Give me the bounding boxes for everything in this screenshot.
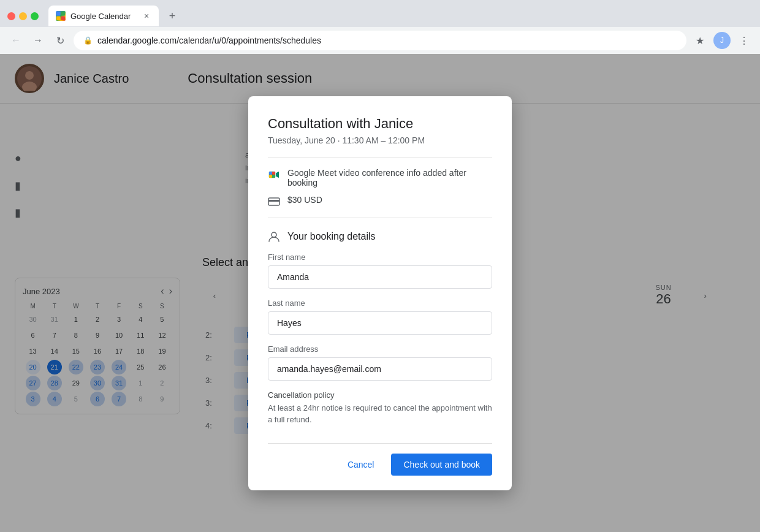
meet-info-text: Google Meet video conference info added … [287, 168, 492, 188]
tab-close-button[interactable]: × [142, 11, 151, 21]
booking-details-header: Your booking details [268, 230, 492, 243]
refresh-button[interactable]: ↻ [51, 32, 69, 49]
google-meet-icon [268, 169, 280, 181]
close-traffic-light[interactable] [7, 12, 15, 20]
credit-card-icon [268, 196, 280, 208]
browser-chrome: Google Calendar × + ← → ↻ 🔒 calendar.goo… [0, 0, 760, 54]
first-name-input[interactable] [268, 265, 492, 289]
svg-rect-0 [56, 12, 61, 16]
cancellation-label: Cancellation policy [268, 390, 492, 400]
url-bar[interactable]: 🔒 calendar.google.com/calendar/u/0/appoi… [74, 31, 686, 50]
price-row: $30 USD [268, 195, 492, 208]
email-label: Email address [268, 344, 492, 354]
svg-rect-3 [61, 17, 66, 21]
lock-icon: 🔒 [83, 36, 93, 45]
svg-rect-11 [269, 175, 272, 178]
forward-button[interactable]: → [29, 32, 47, 49]
profile-avatar[interactable]: J [713, 32, 731, 49]
svg-point-15 [272, 232, 276, 237]
title-bar: Google Calendar × + [0, 0, 760, 27]
modal-divider [268, 158, 492, 158]
svg-rect-10 [272, 172, 275, 175]
first-name-label: First name [268, 253, 492, 262]
svg-rect-12 [272, 175, 275, 178]
modal-divider-2 [268, 218, 492, 218]
cancel-button[interactable]: Cancel [338, 455, 384, 474]
cancellation-policy: Cancellation policy At least a 24hr noti… [268, 390, 492, 426]
new-tab-button[interactable]: + [164, 7, 181, 25]
tab-favicon [56, 11, 66, 21]
last-name-field: Last name [268, 298, 492, 335]
modal-title: Consultation with Janice [268, 116, 492, 132]
more-options-button[interactable]: ⋮ [735, 32, 753, 49]
browser-tab[interactable]: Google Calendar × [48, 6, 159, 26]
booking-details-label: Your booking details [287, 231, 376, 242]
modal-overlay: Consultation with Janice Tuesday, June 2… [0, 54, 760, 532]
traffic-lights [7, 12, 39, 20]
url-text: calendar.google.com/calendar/u/0/appoint… [97, 36, 321, 45]
email-input[interactable] [268, 357, 492, 381]
email-field: Email address [268, 344, 492, 381]
svg-rect-9 [269, 172, 272, 175]
back-button[interactable]: ← [7, 32, 25, 49]
svg-rect-1 [61, 12, 66, 16]
bookmark-button[interactable]: ★ [691, 32, 709, 49]
tab-title: Google Calendar [70, 12, 137, 21]
meet-info-row: Google Meet video conference info added … [268, 168, 492, 188]
cancellation-text: At least a 24hr notice is required to ca… [268, 402, 492, 426]
minimize-traffic-light[interactable] [19, 12, 27, 20]
modal-footer: Cancel Check out and book [268, 443, 492, 476]
svg-rect-2 [56, 17, 61, 21]
modal-datetime: Tuesday, June 20 · 11:30 AM – 12:00 PM [268, 135, 492, 145]
first-name-field: First name [268, 253, 492, 289]
last-name-input[interactable] [268, 311, 492, 335]
person-icon [268, 230, 280, 243]
svg-rect-14 [268, 200, 279, 202]
last-name-label: Last name [268, 298, 492, 308]
book-button[interactable]: Check out and book [391, 454, 492, 476]
address-bar: ← → ↻ 🔒 calendar.google.com/calendar/u/0… [0, 27, 760, 54]
booking-modal: Consultation with Janice Tuesday, June 2… [248, 96, 512, 490]
maximize-traffic-light[interactable] [31, 12, 39, 20]
price-text: $30 USD [287, 195, 322, 205]
